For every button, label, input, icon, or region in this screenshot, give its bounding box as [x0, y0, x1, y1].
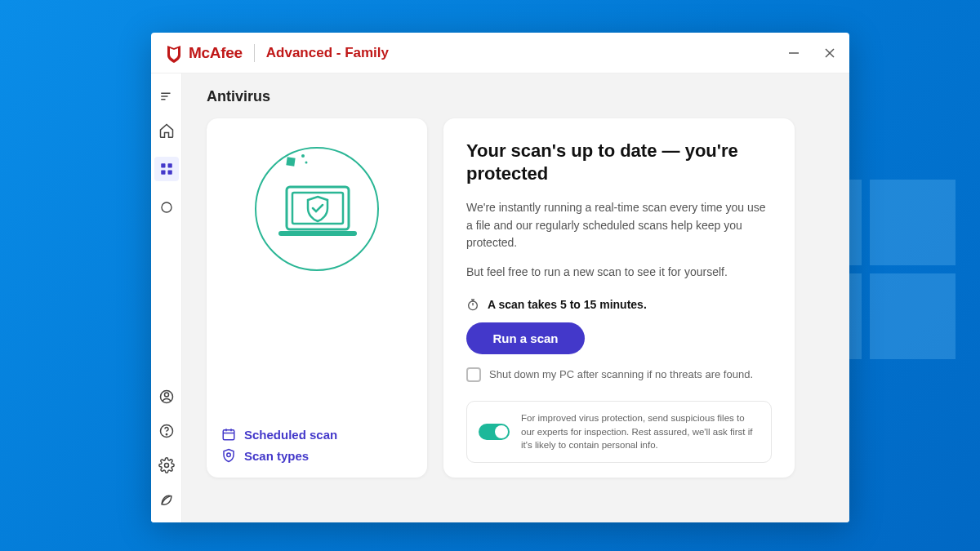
status-headline: Your scan's up to date — you're protecte… — [466, 140, 772, 184]
scheduled-scan-link[interactable]: Scheduled scan — [221, 427, 412, 442]
svg-rect-23 — [223, 430, 234, 440]
svg-point-18 — [301, 154, 305, 158]
sidebar — [151, 73, 182, 522]
send-files-panel: For improved virus protection, send susp… — [466, 401, 772, 463]
svg-point-27 — [227, 453, 231, 457]
scan-illustration-card: Scheduled scan Scan types — [207, 118, 427, 478]
brand-name: McAfee — [189, 44, 243, 62]
account-icon[interactable] — [158, 389, 175, 405]
laptop-shield-illustration — [221, 140, 412, 278]
svg-point-12 — [164, 393, 168, 397]
status-desc-1: We're instantly running a real-time scan… — [466, 199, 772, 252]
svg-rect-9 — [167, 171, 172, 175]
svg-rect-6 — [161, 163, 165, 167]
shield-gear-icon — [221, 448, 236, 463]
svg-rect-22 — [278, 231, 357, 236]
send-files-toggle[interactable] — [479, 424, 510, 440]
titlebar: McAfee Advanced - Family — [151, 33, 849, 73]
svg-point-16 — [256, 148, 378, 270]
help-icon[interactable] — [158, 423, 175, 439]
leaf-icon[interactable] — [158, 491, 175, 508]
svg-point-15 — [164, 464, 168, 468]
apps-icon[interactable] — [154, 157, 179, 181]
card-row: Scheduled scan Scan types Your scan's up… — [207, 118, 825, 478]
minimize-button[interactable] — [787, 47, 800, 60]
app-body: Antivirus — [151, 73, 849, 522]
svg-point-14 — [166, 434, 167, 435]
menu-icon[interactable] — [158, 88, 175, 104]
page-title: Antivirus — [207, 88, 825, 105]
calendar-icon — [221, 427, 236, 442]
shutdown-option: Shut down my PC after scanning if no thr… — [466, 367, 772, 382]
home-icon[interactable] — [158, 122, 175, 139]
stopwatch-icon — [466, 298, 479, 311]
svg-point-10 — [162, 202, 172, 212]
status-desc-2: But feel free to run a new scan to see i… — [466, 264, 772, 282]
window-controls — [787, 47, 836, 60]
svg-rect-17 — [286, 157, 295, 166]
svg-rect-8 — [161, 171, 165, 175]
app-window: McAfee Advanced - Family — [151, 33, 849, 522]
subscription-label: Advanced - Family — [266, 45, 389, 61]
send-files-label: For improved virus protection, send susp… — [521, 411, 760, 452]
scan-types-label: Scan types — [244, 449, 309, 463]
shutdown-checkbox[interactable] — [466, 367, 481, 382]
main-content: Antivirus — [182, 73, 849, 522]
settings-icon[interactable] — [158, 457, 175, 473]
circle-icon[interactable] — [158, 199, 175, 216]
scan-status-card: Your scan's up to date — you're protecte… — [443, 118, 795, 478]
svg-point-19 — [305, 162, 308, 164]
divider — [254, 44, 255, 62]
left-links: Scheduled scan Scan types — [221, 427, 412, 463]
mcafee-shield-icon — [164, 43, 184, 63]
svg-rect-7 — [167, 163, 172, 167]
brand: McAfee — [164, 43, 243, 63]
close-button[interactable] — [823, 47, 836, 60]
run-scan-button[interactable]: Run a scan — [466, 322, 585, 354]
scan-duration-text: A scan takes 5 to 15 minutes. — [488, 298, 647, 311]
shutdown-label: Shut down my PC after scanning if no thr… — [489, 368, 753, 380]
scheduled-scan-label: Scheduled scan — [244, 428, 337, 442]
scan-duration-row: A scan takes 5 to 15 minutes. — [466, 298, 772, 311]
scan-types-link[interactable]: Scan types — [221, 448, 412, 463]
